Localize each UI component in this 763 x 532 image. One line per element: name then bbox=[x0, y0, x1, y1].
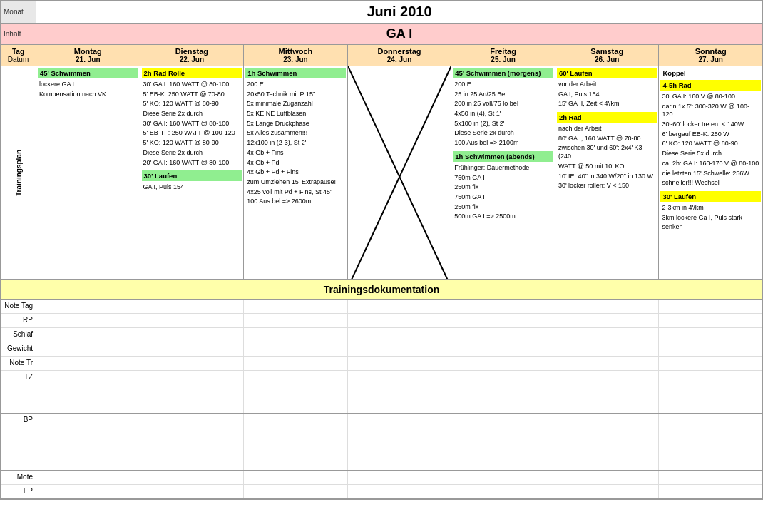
note-tag-tue bbox=[140, 300, 245, 313]
sun-l4: 6' bergauf EB-K: 250 W bbox=[660, 130, 761, 140]
gewicht-wed bbox=[244, 342, 348, 356]
fri-e2-l6: 500m GA I => 2500m bbox=[453, 212, 553, 222]
note-tag-thu bbox=[348, 300, 452, 313]
tuesday-l1: 30' GA I: 160 WATT @ 80-100 bbox=[142, 80, 242, 90]
thursday-cell bbox=[348, 66, 452, 279]
tuesday-cell: 2h Rad Rolle 30' GA I: 160 WATT @ 80-100… bbox=[140, 66, 245, 279]
sun-e3-l3: senken bbox=[660, 222, 761, 232]
tz-fri bbox=[451, 371, 555, 413]
note-tr-sat bbox=[555, 357, 660, 370]
saturday-event1: 60' Laufen bbox=[557, 68, 657, 78]
wednesday-event1: 1h Schwimmen bbox=[245, 68, 346, 78]
sunday-event2: 4-5h Rad bbox=[660, 80, 761, 91]
gewicht-fri bbox=[451, 342, 555, 356]
friday-cell: 45' Schwimmen (morgens) 200 E 25 in 25 A… bbox=[451, 66, 555, 279]
schlaf-sun bbox=[659, 328, 762, 342]
tuesday-l3: 5' KO: 120 WATT @ 80-90 bbox=[142, 99, 242, 109]
fri-e2-l1: Frühlinger: Dauermethode bbox=[453, 163, 553, 173]
monday-line1: lockere GA I bbox=[38, 80, 138, 90]
tz-row: TZ bbox=[1, 371, 762, 414]
sat-e2-l5: 10' IE: 40'' in 340 W/20'' in 130 W bbox=[557, 172, 657, 182]
mote-sun bbox=[659, 471, 762, 484]
wed-l4: 5x KEINE Luftblasen bbox=[245, 109, 346, 119]
note-tag-sat bbox=[555, 300, 660, 313]
bp-tue bbox=[140, 414, 245, 470]
monat-label: Monat bbox=[1, 6, 36, 17]
tuesday-event2: 30' Laufen bbox=[142, 170, 242, 181]
monday-event1: 45' Schwimmen bbox=[38, 68, 138, 78]
ep-sun bbox=[659, 485, 762, 498]
rp-wed bbox=[244, 314, 348, 327]
gewicht-label: Gewicht bbox=[1, 342, 36, 356]
schlaf-tue bbox=[140, 328, 245, 342]
day-header-tuesday: Dienstag 22. Jun bbox=[140, 45, 245, 66]
note-tag-sun bbox=[659, 300, 762, 313]
svg-line-0 bbox=[348, 66, 451, 279]
rp-fri bbox=[451, 314, 555, 327]
note-tag-mon bbox=[36, 300, 140, 313]
sunday-cell: Koppel 4-5h Rad 30' GA I: 160 V @ 80-100… bbox=[659, 66, 762, 279]
monat-row: Monat Juni 2010 bbox=[1, 1, 762, 24]
ep-sat bbox=[555, 485, 660, 498]
inhalt-label: Inhalt bbox=[1, 29, 36, 39]
wed-l3: 5x minimale Zuganzahl bbox=[245, 99, 346, 109]
inhalt-row: Inhalt GA I bbox=[1, 24, 762, 45]
tuesday-l6: 5' EB-TF: 250 WATT @ 100-120 bbox=[142, 128, 242, 138]
fri-e2-l5: 250m fix bbox=[453, 203, 553, 213]
rp-thu bbox=[348, 314, 452, 327]
note-tr-label: Note Tr bbox=[1, 357, 36, 370]
wednesday-cell: 1h Schwimmen 200 E 20x50 Technik mit P 1… bbox=[244, 66, 348, 279]
tuesday-l9: 20' GA I: 160 WATT @ 80-100 bbox=[142, 158, 242, 168]
tz-mon bbox=[36, 371, 140, 413]
fri-l3: 200 in 25 voll/75 lo bel bbox=[453, 99, 553, 109]
monday-line2: Kompensation nach VK bbox=[38, 90, 138, 100]
rp-mon bbox=[36, 314, 140, 327]
sun-l5: 6' KO: 120 WATT @ 80-90 bbox=[660, 139, 761, 149]
sun-l9: schneller!!! Wechsel bbox=[660, 178, 761, 188]
rp-tue bbox=[140, 314, 245, 327]
fri-l2: 25 in 25 An/25 Be bbox=[453, 90, 553, 100]
svg-line-1 bbox=[348, 66, 451, 279]
sun-e3-l2: 3km lockere Ga I, Puls stark bbox=[660, 213, 761, 223]
bp-fri bbox=[451, 414, 555, 470]
mote-sat bbox=[555, 471, 660, 484]
sun-l6: Diese Serie 5x durch bbox=[660, 149, 761, 159]
note-tag-fri bbox=[451, 300, 555, 313]
day-header-thursday: Donnerstag 24. Jun bbox=[348, 45, 452, 66]
ga-title: GA I bbox=[36, 24, 762, 44]
day-header-friday: Freitag 25. Jun bbox=[451, 45, 555, 66]
sun-l2: darin 1x 5': 300-320 W @ 100-120 bbox=[660, 102, 761, 120]
saturday-event2: 2h Rad bbox=[557, 112, 657, 123]
wed-l5: 5x Lange Druckphase bbox=[245, 119, 346, 129]
friday-event1: 45' Schwimmen (morgens) bbox=[453, 68, 553, 78]
schlaf-wed bbox=[244, 328, 348, 342]
note-tag-label: Note Tag bbox=[1, 300, 36, 313]
sat-e2-l6: 30' locker rollen: V < 150 bbox=[557, 181, 657, 191]
ep-thu bbox=[348, 485, 452, 498]
monday-cell: 45' Schwimmen lockere GA I Kompensation … bbox=[36, 66, 140, 279]
sun-l1: 30' GA I: 160 V @ 80-100 bbox=[660, 92, 761, 102]
wed-l13: 100 Aus bel => 2600m bbox=[245, 197, 346, 207]
gewicht-tue bbox=[140, 342, 245, 356]
sat-l1: vor der Arbeit bbox=[557, 80, 657, 90]
bp-sat bbox=[555, 414, 660, 470]
sun-e3-l1: 2-3km in 4'/km bbox=[660, 203, 761, 213]
sat-e2-l3: zwischen 30' und 60': 2x4' K3 (240 bbox=[557, 143, 657, 161]
note-tag-wed bbox=[244, 300, 348, 313]
wed-l1: 200 E bbox=[245, 80, 346, 90]
tuesday-l2-1: GA I, Puls 154 bbox=[142, 183, 242, 193]
tuesday-l2: 5' EB-K: 250 WATT @ 70-80 bbox=[142, 90, 242, 100]
page-title: Juni 2010 bbox=[36, 1, 762, 23]
tz-wed bbox=[244, 371, 348, 413]
fri-l7: 100 Aus bel => 2100m bbox=[453, 138, 553, 148]
fri-e2-l2: 750m GA I bbox=[453, 173, 553, 183]
note-tr-sun bbox=[659, 357, 762, 370]
tuesday-l5: 30' GA I: 160 WATT @ 80-100 bbox=[142, 119, 242, 129]
tz-thu bbox=[348, 371, 452, 413]
note-tr-fri bbox=[451, 357, 555, 370]
bp-thu bbox=[348, 414, 452, 470]
day-header-saturday: Samstag 26. Jun bbox=[555, 45, 660, 66]
wed-l9: 4x Gb + Pd bbox=[245, 158, 346, 168]
sunday-event3: 30' Laufen bbox=[660, 191, 761, 202]
tz-label: TZ bbox=[1, 371, 36, 413]
